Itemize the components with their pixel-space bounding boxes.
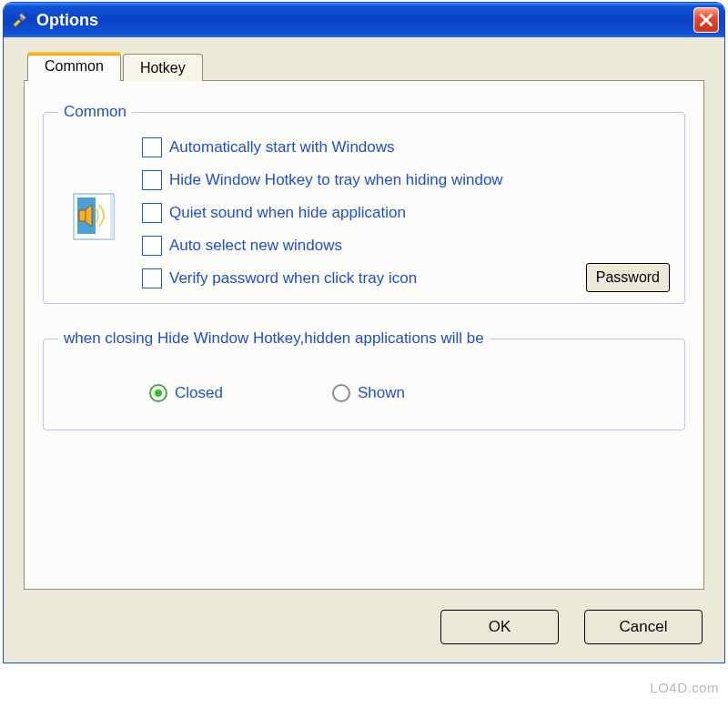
group-common-legend: Common <box>58 103 132 121</box>
tab-hotkey[interactable]: Hotkey <box>123 54 203 81</box>
tab-strip: Common Hotkey <box>27 54 704 81</box>
check-auto-select: Auto select new windows <box>142 236 670 256</box>
checkbox-quiet-sound[interactable] <box>142 203 162 223</box>
group-common: Common <box>43 103 685 304</box>
speaker-icon <box>70 192 117 245</box>
titlebar[interactable]: Options <box>4 3 724 37</box>
watermark: LO4D.com <box>650 680 719 695</box>
radio-closed[interactable] <box>149 384 167 402</box>
password-button[interactable]: Password <box>586 263 670 292</box>
checkbox-auto-select[interactable] <box>142 236 162 256</box>
radio-item-closed[interactable]: Closed <box>149 384 223 402</box>
group-closing-legend: when closing Hide Window Hotkey,hidden a… <box>58 329 490 348</box>
group-closing: when closing Hide Window Hotkey,hidden a… <box>43 329 685 430</box>
close-icon <box>700 14 713 26</box>
tab-container: Common Hotkey Common <box>24 54 704 591</box>
tools-icon <box>11 11 29 29</box>
checkbox-hide-to-tray[interactable] <box>142 170 162 190</box>
cancel-button[interactable]: Cancel <box>584 610 703 644</box>
label-verify-password[interactable]: Verify password when click tray icon <box>169 269 417 288</box>
checkbox-list: Automatically start with Windows Hide Wi… <box>142 137 670 288</box>
tab-common[interactable]: Common <box>27 54 121 81</box>
checkbox-verify-password[interactable] <box>142 268 162 288</box>
label-quiet-sound[interactable]: Quiet sound when hide application <box>169 204 406 222</box>
radio-item-shown[interactable]: Shown <box>332 384 405 402</box>
radio-shown[interactable] <box>332 384 350 402</box>
tab-panel-common: Common <box>24 80 704 590</box>
check-verify-password: Verify password when click tray icon Pas… <box>142 268 670 288</box>
ok-button[interactable]: OK <box>440 610 559 644</box>
radio-label-closed: Closed <box>175 384 223 402</box>
sound-icon-wrap <box>58 137 129 245</box>
dialog-button-row: OK Cancel <box>440 610 703 644</box>
svg-rect-3 <box>79 210 86 221</box>
check-autostart: Automatically start with Windows <box>142 137 670 157</box>
label-auto-select[interactable]: Auto select new windows <box>169 237 342 255</box>
options-window: Options Common Hotkey Common <box>3 2 725 663</box>
radio-label-shown: Shown <box>358 384 405 402</box>
window-title: Options <box>36 11 686 30</box>
check-hide-to-tray: Hide Window Hotkey to tray when hiding w… <box>142 170 670 190</box>
close-button[interactable] <box>693 7 719 33</box>
check-quiet-sound: Quiet sound when hide application <box>142 203 670 223</box>
dialog-body: Common Hotkey Common <box>7 37 721 659</box>
label-hide-to-tray[interactable]: Hide Window Hotkey to tray when hiding w… <box>169 171 503 189</box>
checkbox-autostart[interactable] <box>142 137 162 157</box>
label-autostart[interactable]: Automatically start with Windows <box>169 138 395 157</box>
